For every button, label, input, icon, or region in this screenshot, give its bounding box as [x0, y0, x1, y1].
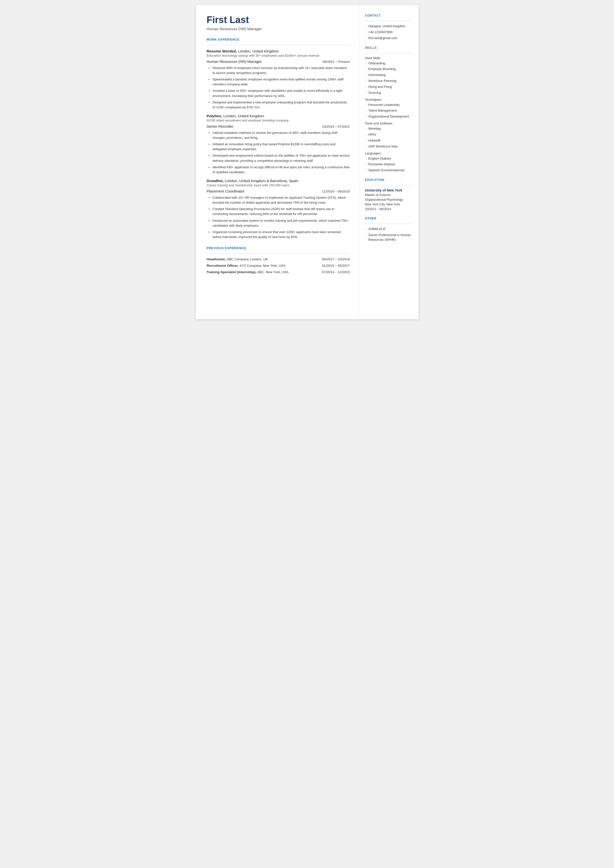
skills-divider [365, 53, 412, 53]
hard-skills-label: Hard Skills: [365, 56, 412, 60]
prev-job-2-title: Recruitment Officer, XYZ Company, New Yo… [207, 264, 285, 268]
bullet-item: Organized screening processes to ensure … [208, 230, 350, 239]
job-3-row: Placement Coordinator 11/2018 – 09/2019 [207, 189, 350, 193]
tool-hubstaff: Hubstaff [365, 138, 412, 143]
bullet-item: Reduced 88% of employee churn turnover b… [208, 65, 350, 76]
contact-location: Glasgow, United Kingdom [365, 24, 412, 29]
company-2-bold: Polyhire, [207, 114, 222, 118]
tools-label: Tools and Software: [365, 121, 412, 125]
prev-job-3-title: Training Specialist (Internship), ABC, N… [207, 270, 289, 275]
company-2-tagline: NYSE-listed recruitment and employer bra… [207, 118, 350, 122]
job-3-bullets: Collaborated with 10+ HR managers to imp… [207, 195, 350, 239]
job-1-title: Human Resources (HR) Manager [207, 59, 262, 64]
hard-skills-list: Onboarding Employer Branding Interviewin… [365, 61, 412, 95]
prev-job-1: Headhunter, ABC Company, London, UK 06/2… [207, 257, 350, 262]
other-divider [365, 224, 412, 224]
contact-email: first.last@gmail.com [365, 36, 412, 40]
job-2-row: Senior Recruiter 10/2019 – 07/2021 [207, 124, 350, 129]
job-2-title: Senior Recruiter [207, 124, 233, 129]
contact-divider [365, 21, 412, 21]
contact-phone: +44 1234567890 [365, 30, 412, 35]
bullet-item: Identified 430+ applicants to occupy dif… [208, 165, 350, 175]
skill-employer-branding: Employer Branding [365, 67, 412, 71]
tool-adp: ADP Workforce Now [365, 144, 412, 149]
prev-job-1-title: Headhunter, ABC Company, London, UK [207, 257, 268, 262]
bullet-item: Initiated an innovative hiring policy th… [208, 142, 350, 152]
language-english: English (Native) [365, 156, 412, 161]
bullet-item: Developed new employment criteria based … [208, 153, 350, 163]
skills-section-label: SKILLS [365, 46, 412, 51]
bullet-item: Created Standard Operating Procedures (S… [208, 207, 350, 216]
work-experience-label: WORK EXPERIENCE [207, 38, 350, 43]
other-sphr: Senior Professional in Human Resources (… [365, 233, 412, 242]
skill-interviewing: Interviewing [365, 73, 412, 78]
technique-talent-management: Talent Management [365, 109, 412, 113]
bullet-item: Designed and implemented a new employee … [208, 100, 350, 110]
job-1-bullets: Reduced 88% of employee churn turnover b… [207, 65, 350, 110]
company-1-rest: London, United Kingdom [238, 49, 279, 53]
previous-experience-divider [207, 253, 350, 254]
other-shrm: SHRM-SCP [365, 227, 412, 231]
sidebar-column: CONTACT Glasgow, United Kingdom +44 1234… [359, 5, 419, 319]
candidate-name: First Last [207, 15, 350, 25]
prev-job-1-dates: 06/2017 – 10/2018 [322, 257, 350, 262]
company-2-rest: London, United Kingdom [223, 114, 264, 118]
prev-job-3-dates: 07/2014 – 12/2015 [322, 270, 350, 275]
education-section-label: EDUCATION [365, 178, 412, 183]
prev-job-2: Recruitment Officer, XYZ Company, New Yo… [207, 264, 350, 268]
tools-list: Workday HRIS Hubstaff ADP Workforce Now [365, 126, 412, 149]
bullet-item: Assisted a team of 450+ employees with d… [208, 89, 350, 98]
bullet-item: Introduced an automated system to monito… [208, 218, 350, 228]
technique-personnel-leadership: Personnel Leadership [365, 103, 412, 107]
company-3: Growthsi, London, United Kingdom & Barce… [207, 179, 350, 183]
other-section-label: OTHER [365, 217, 412, 222]
work-experience-divider [207, 45, 350, 45]
job-2-bullets: Utilized mediation methods to resolve th… [207, 130, 350, 175]
company-3-rest: London, United Kingdom & Barcelona, Spai… [225, 179, 298, 183]
skill-hiring-firing: Hiring and Firing [365, 85, 412, 89]
languages-label: Languages: [365, 151, 412, 155]
job-3-title: Placement Coordinator [207, 189, 245, 193]
bullet-item: Utilized mediation methods to resolve th… [208, 130, 350, 140]
edu-degree: Master of Science Organizational Psychol… [365, 193, 412, 211]
education-divider [365, 185, 412, 185]
job-2-dates: 10/2019 – 07/2021 [322, 125, 350, 129]
contact-section-label: CONTACT [365, 14, 412, 19]
tool-workday: Workday [365, 126, 412, 131]
bullet-item: Spearheaded a dynamic employee recogniti… [208, 77, 350, 87]
language-romanian: Romanian (Native) [365, 162, 412, 167]
edu-school: University of New York [365, 188, 412, 192]
company-3-tagline: Career training and membership SaaS with… [207, 183, 350, 187]
previous-experience-label: PREVIOUS EXPERIENCE [207, 247, 350, 252]
languages-list: English (Native) Romanian (Native) Spani… [365, 156, 412, 173]
company-1-bold: Resume Worded, [207, 49, 237, 53]
contact-list: Glasgow, United Kingdom +44 1234567890 f… [365, 24, 412, 40]
skill-sourcing: Sourcing [365, 90, 412, 95]
company-1-tagline: Education technology startup with 50+ em… [207, 54, 350, 57]
language-spanish: Spanish (Conversational) [365, 168, 412, 173]
company-1: Resume Worded, London, United Kingdom [207, 49, 350, 53]
resume-container: First Last Human Resources (HR) Manager … [196, 5, 419, 319]
job-1-row: Human Resources (HR) Manager 08/2021 – P… [207, 59, 350, 64]
skill-workforce-planning: Workforce Planning [365, 79, 412, 83]
other-list: SHRM-SCP Senior Professional in Human Re… [365, 227, 412, 242]
prev-job-3: Training Specialist (Internship), ABC, N… [207, 270, 350, 275]
job-1-dates: 08/2021 – Present [323, 60, 350, 64]
technique-org-development: Organizational Development [365, 114, 412, 119]
main-column: First Last Human Resources (HR) Manager … [196, 5, 359, 319]
candidate-title: Human Resources (HR) Manager [207, 27, 350, 31]
job-3-dates: 11/2018 – 09/2019 [322, 189, 350, 193]
company-2: Polyhire, London, United Kingdom [207, 114, 350, 118]
techniques-label: Techniques: [365, 98, 412, 101]
prev-job-2-dates: 01/2016 – 05/2017 [322, 264, 350, 268]
skill-onboarding: Onboarding [365, 61, 412, 66]
company-3-bold: Growthsi, [207, 179, 224, 183]
techniques-list: Personnel Leadership Talent Management O… [365, 103, 412, 119]
tool-hris: HRIS [365, 132, 412, 137]
bullet-item: Collaborated with 10+ HR managers to imp… [208, 195, 350, 205]
